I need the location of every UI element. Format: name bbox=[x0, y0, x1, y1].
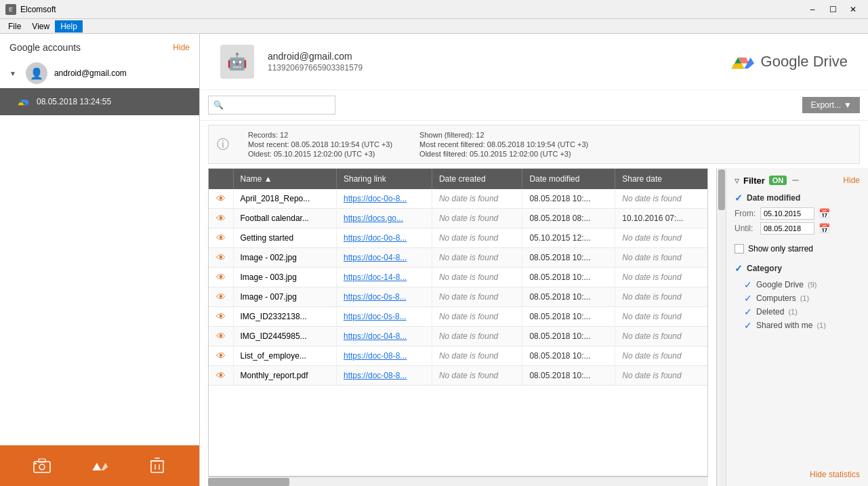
table-row[interactable]: 👁 IMG_ID2445985... https://doc-04-8... N… bbox=[209, 327, 707, 346]
account-expand-icon: ▼ bbox=[9, 70, 16, 77]
search-input[interactable] bbox=[208, 96, 335, 115]
maximize-button[interactable]: ☐ bbox=[823, 0, 842, 19]
account-header: 🤖 android@gmail.com 11392069766590338157… bbox=[200, 34, 868, 90]
row-name: April_2018_Repo... bbox=[233, 189, 336, 209]
col-date-modified[interactable]: Date modified bbox=[522, 169, 615, 189]
menu-file[interactable]: File bbox=[3, 20, 26, 33]
trash-icon-button[interactable] bbox=[145, 453, 169, 478]
minimize-button[interactable]: – bbox=[803, 0, 822, 19]
filter-toggle-off[interactable] bbox=[792, 180, 799, 181]
horizontal-scrollbar[interactable] bbox=[208, 477, 708, 486]
date-until-input[interactable] bbox=[760, 222, 814, 235]
row-link[interactable]: https://doc-0o-8... bbox=[336, 189, 432, 209]
row-eye-icon[interactable]: 👁 bbox=[209, 268, 233, 287]
table-row[interactable]: 👁 IMG_ID2332138... https://doc-0s-8... N… bbox=[209, 307, 707, 327]
hide-statistics-button[interactable]: Hide statistics bbox=[735, 463, 860, 479]
row-eye-icon[interactable]: 👁 bbox=[209, 287, 233, 307]
most-recent-stat: Most recent: 08.05.2018 10:19:54 (UTC +3… bbox=[248, 140, 392, 148]
oldest-filtered-stat: Oldest filtered: 05.10.2015 12:02:00 (UT… bbox=[419, 150, 588, 158]
close-button[interactable]: ✕ bbox=[844, 0, 863, 19]
starred-checkbox[interactable] bbox=[735, 244, 744, 254]
row-link[interactable]: https://doc-04-8... bbox=[336, 327, 432, 346]
col-name[interactable]: Name ▲ bbox=[233, 169, 336, 189]
menu-bar: File View Help bbox=[0, 19, 868, 34]
calendar-until-icon[interactable]: 📅 bbox=[819, 223, 830, 234]
row-share-date: No date is found bbox=[615, 307, 707, 327]
filter-toggle-button[interactable]: ON bbox=[769, 176, 787, 185]
row-name: IMG_ID2445985... bbox=[233, 327, 336, 346]
row-link[interactable]: https://doc-0s-8... bbox=[336, 287, 432, 307]
col-share-date[interactable]: Share date bbox=[615, 169, 707, 189]
row-link[interactable]: https://doc-08-8... bbox=[336, 346, 432, 366]
sidebar-account-item[interactable]: ▼ 👤 android@gmail.com bbox=[0, 58, 199, 88]
vertical-scrollbar[interactable] bbox=[716, 168, 726, 486]
sidebar-hide-button[interactable]: Hide bbox=[173, 43, 190, 52]
row-date-modified: 08.05.2018 10:... bbox=[522, 307, 615, 327]
category-google-drive[interactable]: ✓ Google Drive (9) bbox=[735, 278, 860, 291]
row-share-date: No date is found bbox=[615, 228, 707, 248]
row-date-created: No date is found bbox=[432, 228, 522, 248]
row-link[interactable]: https://doc-0o-8... bbox=[336, 228, 432, 248]
row-date-modified: 08.05.2018 08:... bbox=[522, 209, 615, 228]
category-deleted[interactable]: ✓ Deleted (1) bbox=[735, 305, 860, 319]
row-eye-icon[interactable]: 👁 bbox=[209, 366, 233, 386]
col-icon bbox=[209, 169, 233, 189]
content-area: 🤖 android@gmail.com 11392069766590338157… bbox=[200, 34, 868, 486]
row-date-created: No date is found bbox=[432, 189, 522, 209]
col-date-created[interactable]: Date created bbox=[432, 169, 522, 189]
row-share-date: No date is found bbox=[615, 268, 707, 287]
row-date-created: No date is found bbox=[432, 366, 522, 386]
row-eye-icon[interactable]: 👁 bbox=[209, 248, 233, 268]
account-id-display: 113920697665903381579 bbox=[268, 63, 716, 73]
row-name: Getting started bbox=[233, 228, 336, 248]
export-button[interactable]: Export... ▼ bbox=[802, 97, 860, 113]
row-eye-icon[interactable]: 👁 bbox=[209, 346, 233, 366]
row-eye-icon[interactable]: 👁 bbox=[209, 327, 233, 346]
account-avatar-large: 🤖 bbox=[220, 45, 254, 79]
category-check-icon: ✓ bbox=[735, 263, 743, 274]
v-scroll-thumb[interactable] bbox=[718, 169, 725, 210]
row-link[interactable]: https://doc-04-8... bbox=[336, 248, 432, 268]
date-from-input[interactable] bbox=[760, 207, 814, 220]
category-section: ✓ Category ✓ Google Drive (9) ✓ Computer… bbox=[735, 263, 860, 332]
menu-help[interactable]: Help bbox=[55, 20, 83, 33]
menu-view[interactable]: View bbox=[26, 20, 55, 33]
row-eye-icon[interactable]: 👁 bbox=[209, 209, 233, 228]
table-row[interactable]: 👁 List_of_employe... https://doc-08-8...… bbox=[209, 346, 707, 366]
row-link[interactable]: https://docs.go... bbox=[336, 209, 432, 228]
col-sharing-link[interactable]: Sharing link bbox=[336, 169, 432, 189]
svg-rect-4 bbox=[151, 461, 163, 472]
drive-entry-date: 08.05.2018 13:24:55 bbox=[37, 97, 111, 106]
table-row[interactable]: 👁 Image - 003.jpg https://doc-14-8... No… bbox=[209, 268, 707, 287]
sidebar: Google accounts Hide ▼ 👤 android@gmail.c… bbox=[0, 34, 200, 486]
table-row[interactable]: 👁 Getting started https://doc-0o-8... No… bbox=[209, 228, 707, 248]
table-row[interactable]: 👁 Monthly_report.pdf https://doc-08-8...… bbox=[209, 366, 707, 386]
account-email-display: android@gmail.com bbox=[268, 51, 716, 62]
h-scroll-thumb[interactable] bbox=[208, 478, 289, 486]
row-eye-icon[interactable]: 👁 bbox=[209, 307, 233, 327]
account-email: android@gmail.com bbox=[54, 68, 127, 78]
filter-hide-button[interactable]: Hide bbox=[843, 176, 860, 185]
table-row[interactable]: 👁 Image - 007.jpg https://doc-0s-8... No… bbox=[209, 287, 707, 307]
camera-icon-button[interactable] bbox=[30, 453, 54, 478]
row-eye-icon[interactable]: 👁 bbox=[209, 228, 233, 248]
row-link[interactable]: https://doc-08-8... bbox=[336, 366, 432, 386]
table-row[interactable]: 👁 April_2018_Repo... https://doc-0o-8...… bbox=[209, 189, 707, 209]
records-stat: Records: 12 bbox=[248, 131, 392, 139]
table-row[interactable]: 👁 Football calendar... https://docs.go..… bbox=[209, 209, 707, 228]
filter-icon: ▿ bbox=[735, 175, 739, 186]
filter-label: Filter bbox=[743, 176, 765, 186]
row-name: List_of_employe... bbox=[233, 346, 336, 366]
calendar-from-icon[interactable]: 📅 bbox=[819, 208, 830, 219]
row-link[interactable]: https://doc-0s-8... bbox=[336, 307, 432, 327]
category-computers[interactable]: ✓ Computers (1) bbox=[735, 291, 860, 305]
row-link[interactable]: https://doc-14-8... bbox=[336, 268, 432, 287]
drive-footer-icon-button[interactable] bbox=[87, 453, 112, 478]
row-share-date: No date is found bbox=[615, 366, 707, 386]
row-eye-icon[interactable]: 👁 bbox=[209, 189, 233, 209]
category-shared-with-me[interactable]: ✓ Shared with me (1) bbox=[735, 319, 860, 332]
table-row[interactable]: 👁 Image - 002.jpg https://doc-04-8... No… bbox=[209, 248, 707, 268]
row-name: Image - 007.jpg bbox=[233, 287, 336, 307]
service-name: Google Drive bbox=[761, 53, 848, 70]
sidebar-drive-entry[interactable]: 08.05.2018 13:24:55 bbox=[0, 88, 199, 115]
